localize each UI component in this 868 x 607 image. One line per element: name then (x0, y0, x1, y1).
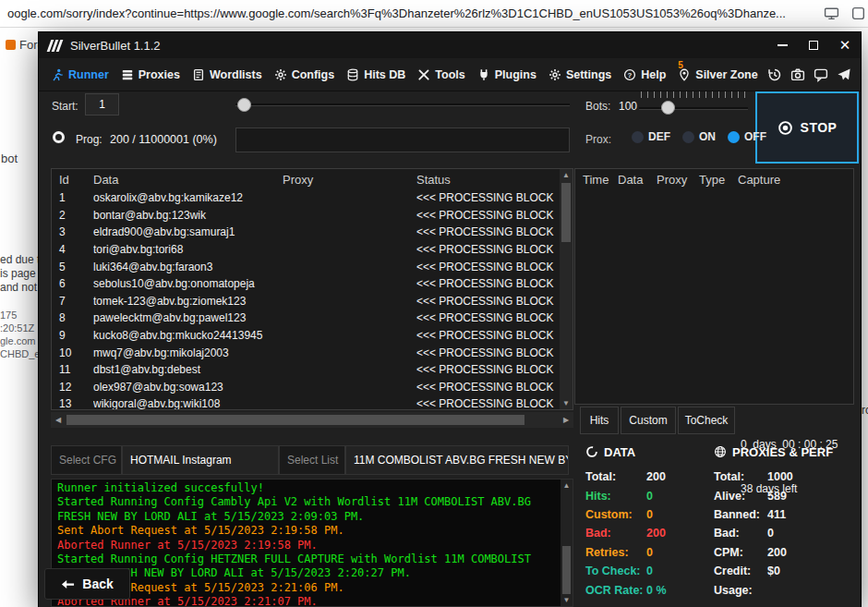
table-row[interactable]: 2bontar@abv.bg:123wik<<< PROCESSING BLOC… (52, 207, 560, 225)
stat-label: Usage: (714, 584, 767, 597)
selected-config[interactable]: HOTMAIL Instagram (122, 445, 279, 475)
menu-item-silver-zone[interactable]: 5Silver Zone (678, 68, 757, 81)
selected-wordlist[interactable]: 11M COMBOLIST ABV.BG FRESH NEW BY LO (345, 445, 569, 475)
slider-track (639, 107, 748, 110)
menu-item-label: Plugins (495, 68, 536, 81)
scroll-down-icon[interactable]: ▼ (563, 594, 571, 606)
radio-dot-icon[interactable] (682, 131, 694, 143)
radio-dot-icon[interactable] (632, 131, 644, 143)
menu-item-hits-db[interactable]: Hits DB (346, 68, 405, 81)
back-label: Back (82, 577, 113, 591)
tab-custom[interactable]: Custom (621, 407, 676, 434)
history-icon[interactable] (767, 67, 782, 82)
scrollbar-thumb[interactable] (562, 546, 571, 594)
menu-item-tools[interactable]: Tools (417, 68, 464, 81)
scrollbar-thumb[interactable] (66, 415, 524, 425)
menu-item-runner[interactable]: Runner (51, 68, 109, 81)
start-slider[interactable] (235, 91, 570, 117)
cell-id: 11 (52, 363, 93, 376)
scroll-up-icon[interactable]: ▲ (562, 169, 570, 181)
cell-status: <<< PROCESSING BLOCK (416, 346, 560, 359)
scroll-up-icon[interactable]: ▲ (563, 480, 571, 492)
bots-value: 100 (619, 100, 637, 113)
cell-status: <<< PROCESSING BLOCK (416, 295, 560, 308)
send-to-device-icon[interactable] (824, 6, 839, 25)
menu-item-settings[interactable]: Settings (549, 68, 611, 81)
table-row[interactable]: 13wikigoral@abv.bg:wiki108<<< PROCESSING… (52, 395, 560, 409)
cell-status: <<< PROCESSING BLOCK (416, 277, 560, 290)
menu-item-proxies[interactable]: Proxies (121, 68, 180, 81)
stat-value: 1000 (767, 470, 793, 483)
prox-option-label: ON (699, 130, 716, 143)
tab-tocheck[interactable]: ToCheck (678, 407, 735, 434)
table-row[interactable]: 11dbst1@abv.bg:debest<<< PROCESSING BLOC… (52, 361, 560, 379)
horizontal-scrollbar[interactable]: ◀ ▶ (51, 412, 573, 428)
stat-label: Custom: (585, 508, 646, 521)
scroll-down-icon[interactable]: ▼ (562, 397, 570, 409)
radio-dot-icon[interactable] (728, 131, 740, 143)
data-stats-panel: DATA Total:200Hits:0Custom:0Bad:200Retri… (585, 442, 711, 600)
cell-id: 8 (52, 311, 93, 324)
back-arrow-icon (61, 577, 75, 591)
col-data: Data (618, 173, 657, 187)
table-row[interactable]: 5luki364@abv.bg:faraon3<<< PROCESSING BL… (52, 258, 560, 275)
menu-item-plugins[interactable]: Plugins (477, 68, 536, 81)
capture-table: Time Data Proxy Type Capture (574, 168, 854, 405)
col-proxy: Proxy (283, 173, 416, 187)
select-list-button[interactable]: Select List (279, 445, 345, 475)
log-scrollbar[interactable]: ▲ ▼ (561, 480, 573, 606)
url-text[interactable]: oogle.com/sorry/index?continue=https://w… (7, 6, 786, 20)
col-proxy: Proxy (657, 173, 699, 187)
stat-value: $0 (767, 565, 780, 577)
tab-hits[interactable]: Hits (580, 407, 619, 434)
minimize-button[interactable] (766, 32, 798, 58)
runner-status-icon (53, 131, 65, 143)
plugin-icon (477, 68, 490, 81)
prox-option-label: OFF (744, 130, 766, 143)
slider-track (235, 103, 570, 106)
table-row[interactable]: 4tori@abv.bg:tori68<<< PROCESSING BLOCK (52, 241, 560, 259)
maximize-button[interactable] (798, 32, 829, 58)
bots-slider[interactable] (639, 90, 748, 121)
stop-button[interactable]: STOP (755, 91, 859, 164)
menu-item-configs[interactable]: Configs (274, 68, 335, 81)
back-button[interactable]: Back (44, 568, 130, 600)
camera-icon[interactable] (790, 67, 805, 82)
cell-data: pawelecktm@abv.bg:pawel123 (93, 311, 283, 324)
prox-option-def[interactable]: DEF (632, 130, 670, 143)
cell-id: 4 (52, 243, 93, 256)
prox-option-off[interactable]: OFF (728, 130, 766, 143)
table-row[interactable]: 3eldrad900@abv.bg:samuraj1<<< PROCESSING… (52, 224, 560, 241)
close-button[interactable]: ✕ (829, 32, 861, 58)
scroll-left-icon[interactable]: ◀ (54, 414, 63, 426)
scrollbar-thumb[interactable] (561, 183, 571, 242)
menu-item-wordlists[interactable]: Wordlists (192, 68, 262, 81)
cell-id: 1 (52, 191, 93, 204)
extension-icon[interactable] (850, 6, 866, 25)
screen: oogle.com/sorry/index?continue=https://w… (0, 0, 868, 607)
table-row[interactable]: 8pawelecktm@abv.bg:pawel123<<< PROCESSIN… (52, 310, 560, 327)
slider-knob[interactable] (661, 101, 675, 115)
table-row[interactable]: 7tomek-123@abv.bg:ziomek123<<< PROCESSIN… (52, 293, 560, 310)
send-icon[interactable] (837, 67, 851, 82)
slider-knob[interactable] (237, 98, 251, 112)
table-row[interactable]: 6sebolus10@abv.bg:onomatopeja<<< PROCESS… (52, 275, 560, 293)
select-cfg-button[interactable]: Select CFG (51, 445, 122, 475)
table-row[interactable]: 12olex987@abv.bg:sowa123<<< PROCESSING B… (52, 379, 560, 396)
table-row[interactable]: 10mwq7@abv.bg:mikolaj2003<<< PROCESSING … (52, 344, 560, 361)
browser-address-bar[interactable]: oogle.com/sorry/index?continue=https://w… (0, 0, 868, 28)
cell-status: <<< PROCESSING BLOCK (416, 209, 560, 222)
start-input[interactable]: 1 (85, 93, 119, 115)
cell-data: wikigoral@abv.bg:wiki108 (93, 397, 283, 409)
menu-item-label: Proxies (139, 68, 180, 81)
scroll-right-icon[interactable]: ▶ (561, 414, 571, 426)
prox-option-on[interactable]: ON (682, 130, 716, 143)
menu-item-help[interactable]: ?Help (623, 68, 666, 81)
stat-label: Bad: (585, 527, 646, 540)
cell-data: dbst1@abv.bg:debest (93, 363, 283, 376)
chat-icon[interactable] (814, 67, 828, 82)
table-row[interactable]: 1oskarolix@abv.bg:kamikaze12<<< PROCESSI… (52, 189, 560, 207)
start-label: Start: (52, 100, 78, 113)
vertical-scrollbar[interactable]: ▲ ▼ (560, 169, 573, 409)
table-row[interactable]: 9kucko8@abv.bg:mkucko24413945<<< PROCESS… (52, 327, 560, 345)
